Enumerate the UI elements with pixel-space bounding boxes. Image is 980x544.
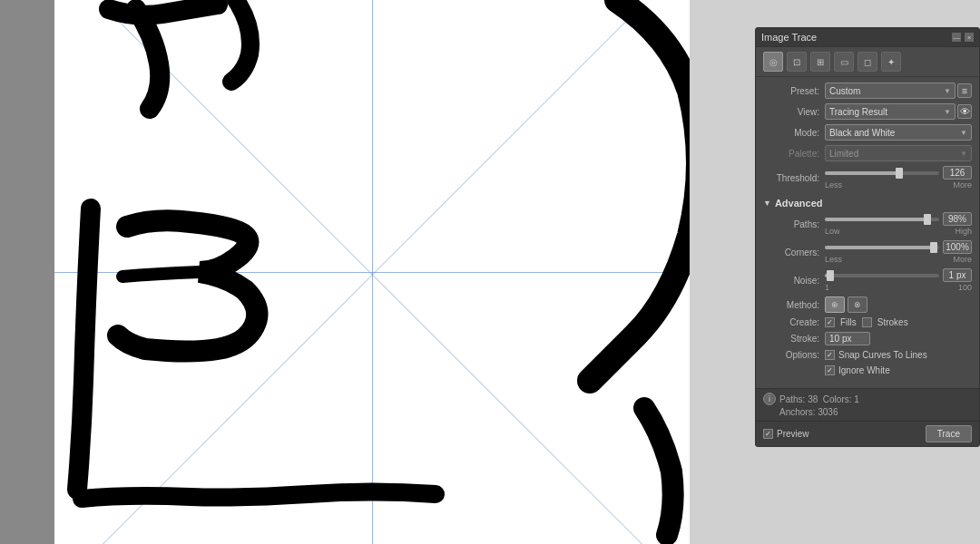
corners-slider-container: 100% Less More — [825, 240, 972, 264]
noise-slider-row: 1 px — [825, 268, 972, 282]
trace-button[interactable]: Trace — [926, 425, 972, 442]
corners-label: Corners: — [763, 248, 825, 257]
fills-checkbox[interactable]: ✓ — [825, 317, 835, 327]
paths-slider-container: 98% Low High — [825, 212, 972, 236]
mode-dropdown[interactable]: Black and White ▼ — [825, 124, 972, 141]
mode-arrow: ▼ — [960, 129, 967, 137]
ignore-white-label: Ignore White — [838, 365, 890, 375]
corners-row: Corners: 100% Less More — [763, 240, 972, 264]
image-trace-panel: Image Trace — × ◎ ⊡ ⊞ ▭ ◻ ✦ Preset: Cust… — [755, 27, 980, 447]
panel-controls: — × — [952, 33, 974, 42]
paths-labels: Low High — [825, 227, 972, 236]
palette-dropdown: Limited ▼ — [825, 145, 972, 161]
ignore-white-checkbox[interactable]: ✓ — [825, 365, 835, 375]
view-label: View: — [763, 107, 825, 117]
paths-count-label: Paths: — [779, 394, 805, 404]
preset-menu-btn[interactable]: ≡ — [957, 83, 972, 98]
advanced-title: Advanced — [775, 198, 823, 209]
stroke-input[interactable] — [825, 332, 870, 345]
paths-max-label: High — [955, 227, 972, 236]
noise-slider-track[interactable] — [825, 274, 939, 277]
paths-slider-thumb[interactable] — [924, 214, 931, 225]
corners-slider-row: 100% — [825, 240, 972, 254]
toolbar-icon-rect2[interactable]: ◻ — [858, 52, 877, 72]
preset-dropdown[interactable]: Custom ▼ — [825, 83, 956, 99]
strokes-checkbox[interactable] — [862, 317, 872, 327]
colors-label: Colors: — [823, 394, 852, 404]
toolbar-icon-auto[interactable]: ◎ — [763, 52, 783, 72]
brushstrokes-svg — [54, 0, 690, 544]
noise-slider-thumb[interactable] — [827, 270, 834, 281]
toolbar-icon-grid[interactable]: ⊞ — [810, 52, 830, 72]
mode-control: Black and White ▼ — [825, 124, 972, 141]
panel-collapse-btn[interactable]: — — [952, 33, 961, 42]
paths-row: Paths: 98% Low High — [763, 212, 972, 236]
paths-slider-row: 98% — [825, 212, 972, 226]
panel-title: Image Trace — [761, 32, 817, 43]
anchors-label: Anchors: — [779, 407, 815, 417]
corners-value[interactable]: 100% — [943, 240, 972, 254]
anchors-info-row: Anchors: 3036 — [763, 407, 972, 417]
corners-slider-thumb[interactable] — [930, 242, 937, 253]
threshold-slider-row: 126 — [825, 166, 972, 180]
threshold-slider-container: 126 Less More — [825, 166, 972, 189]
create-row: Create: ✓ Fills Strokes — [763, 317, 972, 327]
snap-checkbox[interactable]: ✓ — [825, 350, 835, 360]
create-label: Create: — [763, 317, 825, 327]
toolbar-icon-rect1[interactable]: ▭ — [834, 52, 854, 72]
threshold-labels: Less More — [825, 180, 972, 189]
noise-row: Noise: 1 px 1 100 — [763, 268, 972, 292]
preset-control: Custom ▼ — [825, 83, 956, 99]
paths-value[interactable]: 98% — [943, 212, 972, 226]
fills-label: Fills — [840, 317, 857, 327]
preview-checkbox[interactable]: ✓ — [763, 429, 773, 439]
paths-slider-fill — [825, 218, 927, 221]
preview-label: Preview — [777, 429, 809, 439]
paths-count: 38 — [808, 394, 818, 404]
corners-min-label: Less — [825, 255, 842, 264]
corners-labels: Less More — [825, 255, 972, 264]
threshold-slider-fill — [825, 171, 899, 175]
threshold-label: Threshold: — [763, 173, 825, 183]
threshold-min-label: Less — [825, 180, 842, 189]
noise-value[interactable]: 1 px — [943, 268, 972, 282]
preset-arrow: ▼ — [944, 87, 951, 95]
canvas-area — [0, 0, 690, 544]
paths-slider-track[interactable] — [825, 218, 939, 221]
threshold-slider-track[interactable] — [825, 171, 939, 175]
view-dropdown[interactable]: Tracing Result ▼ — [825, 103, 956, 120]
method-label: Method: — [763, 300, 825, 310]
paths-label: Paths: — [763, 219, 825, 229]
palette-value: Limited — [829, 149, 960, 159]
canvas-inner — [54, 0, 690, 544]
stroke-row: Stroke: — [763, 332, 972, 345]
method-row: Method: ⊕ ⊗ — [763, 296, 972, 313]
paths-min-label: Low — [825, 227, 840, 236]
threshold-row: Threshold: 126 Less More — [763, 166, 972, 189]
threshold-control: 126 Less More — [825, 166, 972, 189]
view-eye-btn[interactable]: 👁 — [957, 104, 972, 119]
panel-titlebar[interactable]: Image Trace — × — [756, 28, 979, 47]
paths-info-row: i Paths: 38 Colors: 1 — [763, 393, 972, 405]
method-btn-overlapping[interactable]: ⊗ — [848, 296, 867, 313]
method-btn-abutting[interactable]: ⊕ — [825, 296, 845, 313]
panel-footer: ✓ Preview Trace — [756, 421, 979, 446]
snap-row: ✓ Snap Curves To Lines — [825, 350, 927, 360]
paths-control: 98% Low High — [825, 212, 972, 236]
panel-close-btn[interactable]: × — [965, 33, 974, 42]
corners-slider-fill — [825, 246, 934, 249]
mode-row: Mode: Black and White ▼ — [763, 124, 972, 141]
snap-label: Snap Curves To Lines — [838, 350, 927, 360]
toolbar-icon-photo[interactable]: ⊡ — [787, 52, 807, 72]
noise-min-label: 1 — [825, 283, 829, 292]
corners-slider-track[interactable] — [825, 246, 939, 249]
palette-arrow: ▼ — [960, 150, 967, 158]
stroke-label: Stroke: — [763, 334, 825, 344]
preset-value: Custom — [829, 86, 944, 96]
advanced-section-header[interactable]: ▼ Advanced — [763, 194, 972, 212]
toolbar-icon-star[interactable]: ✦ — [881, 52, 901, 72]
preset-row: Preset: Custom ▼ ≡ — [763, 83, 972, 99]
threshold-slider-thumb[interactable] — [896, 168, 903, 179]
threshold-value[interactable]: 126 — [943, 166, 972, 180]
palette-control: Limited ▼ — [825, 145, 972, 161]
